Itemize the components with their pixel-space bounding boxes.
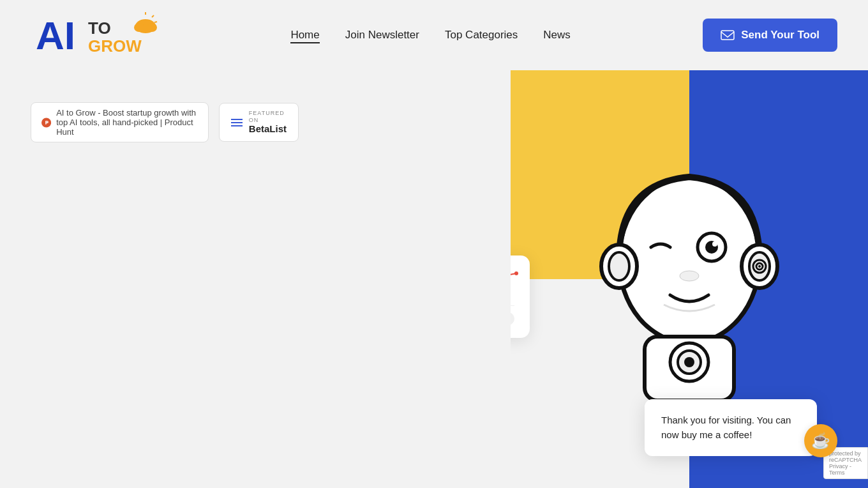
navigation: AI TO GROW Home Join Newsletter Top Cate… bbox=[0, 0, 868, 70]
revenue-tabs: Daily Weekly Monthly ⊙ bbox=[511, 305, 514, 325]
betalist-badge[interactable]: FEATURED ON BetaList bbox=[219, 103, 299, 142]
nav-join-newsletter[interactable]: Join Newsletter bbox=[345, 29, 419, 41]
buy-coffee-button[interactable]: ☕ bbox=[804, 424, 837, 457]
svg-point-22 bbox=[712, 241, 717, 247]
badges-row: AI to Grow - Boost startup growth with t… bbox=[31, 102, 299, 142]
betalist-icon bbox=[231, 119, 243, 126]
svg-text:TO: TO bbox=[88, 19, 111, 38]
svg-point-4 bbox=[134, 23, 144, 32]
left-column: AI to Grow - Boost startup growth with t… bbox=[31, 70, 299, 488]
svg-point-29 bbox=[514, 271, 518, 275]
svg-point-14 bbox=[609, 252, 629, 280]
send-tool-label: Send Your Tool bbox=[741, 29, 819, 42]
svg-text:AI: AI bbox=[36, 13, 75, 57]
nav-home[interactable]: Home bbox=[290, 29, 319, 43]
recaptcha-line2: reCAPTCHA bbox=[829, 457, 862, 463]
revenue-chart: +20% bbox=[511, 268, 520, 291]
svg-line-7 bbox=[152, 15, 154, 17]
thankyou-text: Thank you for visiting. You can now buy … bbox=[661, 415, 791, 440]
nav-links: Home Join Newsletter Top Categories News bbox=[290, 29, 570, 42]
logo[interactable]: AI TO GROW bbox=[31, 10, 158, 61]
betalist-text: FEATURED ON BetaList bbox=[249, 110, 287, 135]
betalist-featured-label: FEATURED ON bbox=[249, 110, 287, 124]
recaptcha-line3: Privacy - Terms bbox=[829, 463, 862, 476]
settings-icon[interactable]: ⊙ bbox=[511, 312, 514, 325]
betalist-name-label: BetaList bbox=[249, 123, 287, 135]
svg-line-8 bbox=[154, 22, 157, 22]
send-tool-button[interactable]: Send Your Tool bbox=[703, 19, 837, 52]
ph-logo-icon bbox=[41, 112, 51, 133]
svg-point-19 bbox=[758, 265, 761, 268]
svg-rect-9 bbox=[721, 31, 734, 40]
svg-text:GROW: GROW bbox=[88, 36, 142, 56]
svg-point-23 bbox=[680, 271, 699, 281]
nav-news[interactable]: News bbox=[543, 29, 571, 41]
producthunt-badge[interactable]: AI to Grow - Boost startup growth with t… bbox=[31, 102, 209, 142]
svg-point-5 bbox=[147, 23, 157, 32]
envelope-icon bbox=[721, 30, 735, 40]
recaptcha-line1: protected by bbox=[829, 450, 862, 457]
ph-badge-text: AI to Grow - Boost startup growth with t… bbox=[56, 108, 198, 137]
thankyou-popup: Thank you for visiting. You can now buy … bbox=[645, 399, 817, 456]
nav-top-categories[interactable]: Top Categories bbox=[445, 29, 518, 41]
revenue-card: Revenue $3,870.00 +20% Daily Weekly Mont… bbox=[511, 255, 530, 338]
svg-point-27 bbox=[684, 357, 694, 367]
